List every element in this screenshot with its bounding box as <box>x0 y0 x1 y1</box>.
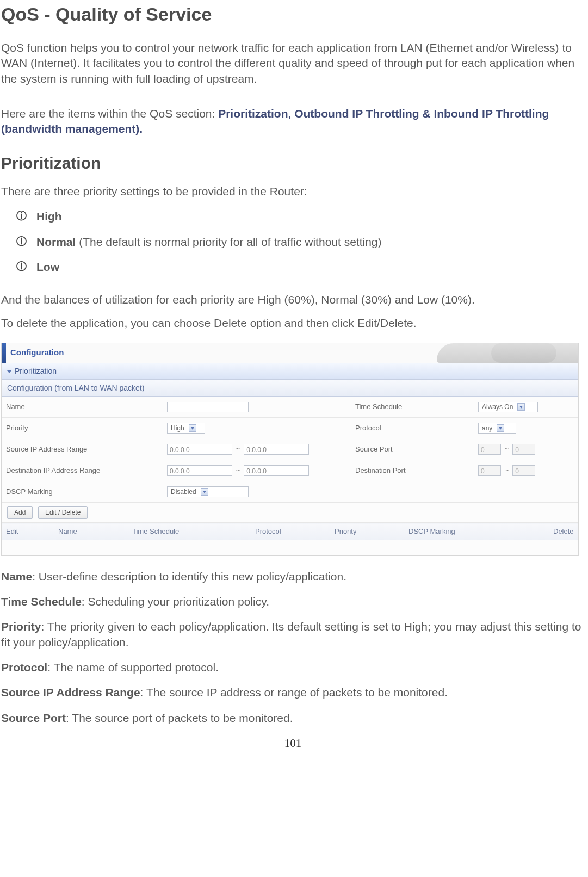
chevron-down-icon <box>201 488 208 496</box>
section-bar-label: Prioritization <box>15 367 57 375</box>
col-edit: Edit <box>2 523 54 540</box>
def-source-port-term: Source Port <box>1 712 66 724</box>
prioritization-intro: There are three priority settings to be … <box>1 184 585 199</box>
source-ip-end-input[interactable]: 0.0.0.0 <box>244 444 309 455</box>
chevron-down-icon <box>7 370 11 373</box>
def-priority-body: : The priority given to each policy/appl… <box>1 620 581 648</box>
def-name-body: : User-define description to identify th… <box>32 570 346 583</box>
def-source-port-body: : The source port of packets to be monit… <box>66 712 293 724</box>
intro-paragraph: QoS function helps you to control your n… <box>1 40 585 87</box>
name-input[interactable] <box>167 402 249 412</box>
protocol-select[interactable]: any <box>478 423 516 434</box>
range-separator: ~ <box>234 444 242 454</box>
col-priority: Priority <box>330 523 404 540</box>
name-label: Name <box>2 397 163 418</box>
dscp-select[interactable]: Disabled <box>167 486 249 497</box>
col-name: Name <box>54 523 128 540</box>
def-name-term: Name <box>1 570 32 583</box>
range-separator: ~ <box>503 465 511 475</box>
page-number: 101 <box>1 736 585 751</box>
source-ip-label: Source IP Address Range <box>2 439 163 460</box>
def-priority-term: Priority <box>1 620 41 633</box>
bullet-low: ⓘ Low <box>16 260 585 275</box>
range-separator: ~ <box>503 444 511 454</box>
bullet-high: ⓘ High <box>16 209 585 224</box>
edit-delete-button[interactable]: Edit / Delete <box>38 506 88 519</box>
config-table: Name Time Schedule Always On Priority Hi… <box>2 397 578 503</box>
dest-port-label: Destination Port <box>351 460 474 481</box>
source-port-start-input[interactable]: 0 <box>478 444 501 455</box>
chevron-down-icon <box>189 424 196 432</box>
protocol-label: Protocol <box>351 417 474 439</box>
def-protocol: Protocol: The name of supported protocol… <box>1 660 585 675</box>
delete-note-paragraph: To delete the application, you can choos… <box>1 316 585 331</box>
info-icon: ⓘ <box>16 234 27 249</box>
time-schedule-value: Always On <box>482 403 513 411</box>
section-bar-prioritization[interactable]: Prioritization <box>2 363 578 380</box>
figure-titlebar: Configuration <box>2 343 578 363</box>
col-protocol: Protocol <box>251 523 330 540</box>
chevron-down-icon <box>517 403 525 411</box>
dest-ip-start-input[interactable]: 0.0.0.0 <box>167 465 232 476</box>
dest-port-start-input[interactable]: 0 <box>478 465 501 476</box>
time-schedule-select[interactable]: Always On <box>478 402 538 412</box>
source-ip-start-input[interactable]: 0.0.0.0 <box>167 444 232 455</box>
def-priority: Priority: The priority given to each pol… <box>1 619 585 650</box>
bullet-high-label: High <box>36 209 62 224</box>
section-items-prefix: Here are the items within the QoS sectio… <box>1 107 218 120</box>
subsection-label: Configuration (from LAN to WAN packet) <box>7 384 144 392</box>
bullet-normal: ⓘ Normal (The default is normal priority… <box>16 234 585 250</box>
source-port-end-input[interactable]: 0 <box>512 444 535 455</box>
list-header-row: Edit Name Time Schedule Protocol Priorit… <box>2 523 578 540</box>
def-time-term: Time Schedule <box>1 595 82 608</box>
dscp-label: DSCP Marking <box>2 481 163 502</box>
dest-port-end-input[interactable]: 0 <box>512 465 535 476</box>
button-row: Add Edit / Delete <box>2 503 578 523</box>
col-delete: Delete <box>549 523 578 540</box>
balances-paragraph: And the balances of utilization for each… <box>1 292 585 307</box>
def-source-ip: Source IP Address Range: The source IP a… <box>1 685 585 700</box>
def-name: Name: User-define description to identif… <box>1 569 585 584</box>
page-title: QoS - Quality of Service <box>1 2 585 27</box>
add-button[interactable]: Add <box>7 506 33 519</box>
def-protocol-body: : The name of supported protocol. <box>47 661 219 674</box>
def-time-body: : Scheduling your prioritization policy. <box>82 595 269 608</box>
def-source-ip-term: Source IP Address Range <box>1 686 140 699</box>
title-stripe <box>2 343 6 363</box>
col-dscp: DSCP Marking <box>404 523 549 540</box>
def-time-schedule: Time Schedule: Scheduling your prioritiz… <box>1 594 585 609</box>
priority-value: High <box>171 424 184 433</box>
subsection-bar: Configuration (from LAN to WAN packet) <box>2 380 578 397</box>
def-source-ip-body: : The source IP address or range of pack… <box>140 686 448 699</box>
col-time: Time Schedule <box>128 523 251 540</box>
prioritization-heading: Prioritization <box>1 152 585 175</box>
priority-label: Priority <box>2 417 163 439</box>
chevron-down-icon <box>497 424 504 432</box>
dest-ip-label: Destination IP Address Range <box>2 460 163 481</box>
bullet-normal-bold: Normal <box>36 236 76 248</box>
protocol-value: any <box>482 424 492 433</box>
time-schedule-label: Time Schedule <box>351 397 474 418</box>
priority-bullets: ⓘ High ⓘ Normal (The default is normal p… <box>16 209 585 275</box>
dest-ip-end-input[interactable]: 0.0.0.0 <box>244 465 309 476</box>
dscp-value: Disabled <box>171 487 196 496</box>
bullet-normal-rest: (The default is normal priority for all … <box>76 236 381 248</box>
def-source-port: Source Port: The source port of packets … <box>1 711 585 726</box>
def-protocol-term: Protocol <box>1 661 47 674</box>
info-icon: ⓘ <box>16 260 27 274</box>
range-separator: ~ <box>234 465 242 475</box>
section-items-paragraph: Here are the items within the QoS sectio… <box>1 106 585 137</box>
figure-title-label: Configuration <box>10 347 64 358</box>
bullet-low-label: Low <box>36 260 59 275</box>
info-icon: ⓘ <box>16 209 27 223</box>
router-config-screenshot: Configuration Prioritization Configurati… <box>1 343 579 556</box>
figure-bottom-blank <box>2 540 578 555</box>
title-decoration-ridge <box>491 343 556 363</box>
source-port-label: Source Port <box>351 439 474 460</box>
priority-select[interactable]: High <box>167 423 205 434</box>
